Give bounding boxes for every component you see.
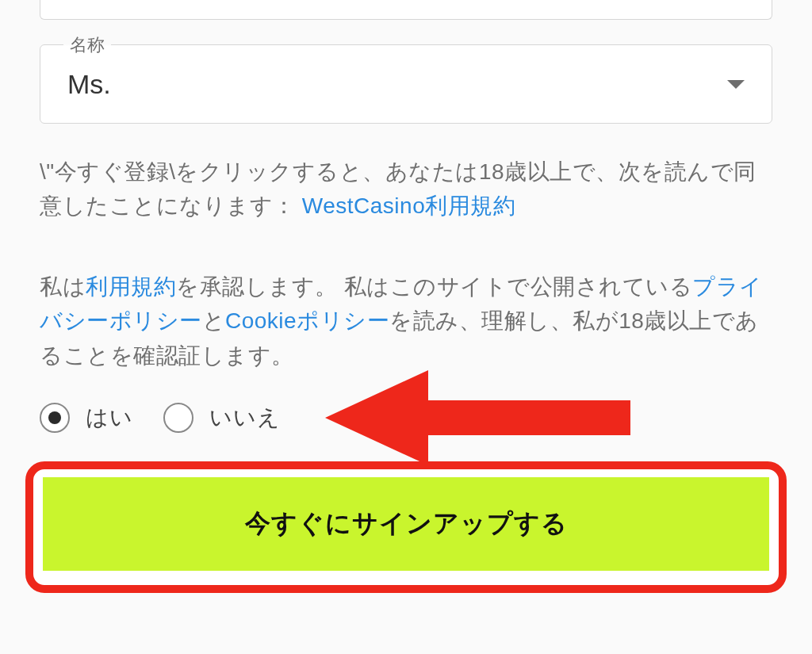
title-select-value: Ms. [67, 69, 111, 100]
radio-yes[interactable] [40, 403, 70, 433]
radio-no-label: いいえ [209, 403, 281, 433]
radio-no[interactable] [163, 403, 193, 433]
signup-button-highlight: 今すぐにサインアップする [25, 461, 787, 593]
title-field-label: 名称 [63, 33, 111, 57]
consent-text-1: \"今すぐ登録\をクリックすると、あなたは18歳以上で、次を読んで同意したことに… [40, 155, 772, 224]
consent2-seg2: を承認します。 私はこのサイトで公開されている [176, 274, 692, 299]
terms-link-westcasino[interactable]: WestCasino利用規約 [302, 193, 515, 218]
chevron-down-icon [727, 80, 745, 89]
terms-link[interactable]: 利用規約 [86, 274, 176, 299]
cookie-policy-link[interactable]: Cookieポリシー [225, 308, 389, 333]
consent2-seg3: と [202, 308, 226, 333]
consent-text-2: 私は利用規約を承認します。 私はこのサイトで公開されているプライバシーポリシーと… [40, 270, 772, 373]
agreement-radio-group: はい いいえ [40, 403, 295, 433]
previous-input-field[interactable] [40, 0, 772, 20]
annotation-arrow-icon [325, 370, 634, 465]
title-field-wrap: 名称 Ms. [40, 44, 772, 124]
signup-button[interactable]: 今すぐにサインアップする [43, 477, 769, 576]
title-select[interactable]: Ms. [40, 44, 772, 124]
radio-yes-label: はい [86, 403, 133, 433]
svg-marker-0 [325, 370, 630, 465]
consent2-seg1: 私は [40, 274, 86, 299]
